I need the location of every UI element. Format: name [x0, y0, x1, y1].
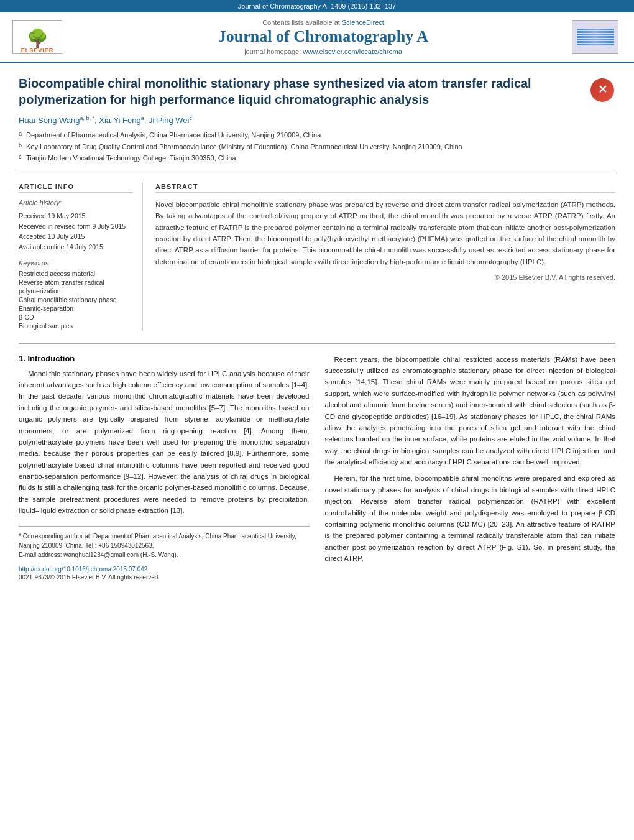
issn-info: 0021-9673/© 2015 Elsevier B.V. All right…	[19, 573, 310, 582]
article-title-text: Biocompatible chiral monolithic stationa…	[19, 75, 590, 108]
body-right-para1: Recent years, the biocompatible chiral r…	[325, 354, 616, 468]
author3-name: Ji-Ping Wei	[149, 116, 190, 125]
footnote-section: * Corresponding author at: Department of…	[19, 526, 310, 582]
journal-homepage: journal homepage: www.elsevier.com/locat…	[87, 48, 559, 55]
cover-decoration	[577, 28, 614, 46]
author1-sup: a, b, *	[80, 115, 95, 121]
cover-image	[572, 20, 618, 54]
author2-name: Xia-Yi Feng	[99, 116, 140, 125]
keyword-6: β-CD	[19, 313, 133, 321]
keyword-4: Chiral monolithic stationary phase	[19, 296, 133, 303]
article-info-col: ARTICLE INFO Article history: Received 1…	[19, 183, 143, 331]
cover-line-4	[577, 36, 614, 38]
email-address: E-mail address: wanghuai1234@gmail.com (…	[19, 550, 310, 560]
journal-title: Journal of Chromatography A	[87, 27, 559, 46]
crossmark-badge: ✕	[590, 78, 615, 103]
cover-line-6	[577, 41, 614, 43]
journal-info-bar: Journal of Chromatography A, 1409 (2015)…	[0, 0, 634, 12]
elsevier-logo: 🌳 ELSEVIER	[12, 20, 75, 54]
journal-cover	[572, 20, 622, 54]
info-abstract-section: ARTICLE INFO Article history: Received 1…	[19, 173, 615, 331]
aff-text-b: Key Laboratory of Drug Quality Control a…	[26, 142, 462, 152]
doi-link: http://dx.doi.org/10.1016/j.chroma.2015.…	[19, 566, 310, 573]
body-right-para2: Herein, for the first time, biocompatibl…	[325, 473, 616, 564]
email-text: E-mail address: wanghuai1234@gmail.com (…	[19, 552, 178, 558]
body-left-para1: Monolithic stationary phases have been w…	[19, 368, 310, 517]
article-content: Biocompatible chiral monolithic stationa…	[0, 63, 634, 594]
abstract-text: Novel biocompatible chiral monolithic st…	[155, 199, 615, 267]
keyword-2: Reverse atom transfer radical	[19, 279, 133, 286]
article-title-section: Biocompatible chiral monolithic stationa…	[19, 75, 615, 108]
affiliation-a: a Department of Pharmaceutical Analysis,…	[19, 130, 615, 141]
crossmark-icon: ✕	[590, 78, 614, 102]
body-divider	[19, 343, 615, 344]
journal-citation: Journal of Chromatography A, 1409 (2015)…	[238, 2, 396, 10]
doi-url[interactable]: http://dx.doi.org/10.1016/j.chroma.2015.…	[19, 566, 147, 573]
body-right-col: Recent years, the biocompatible chiral r…	[325, 354, 616, 582]
body-content: 1. Introduction Monolithic stationary ph…	[19, 354, 615, 582]
cover-line-3	[577, 34, 614, 35]
science-direct-link[interactable]: ScienceDirect	[342, 19, 384, 26]
accepted-date: Accepted 10 July 2015	[19, 232, 133, 241]
corresponding-author: * Corresponding author at: Department of…	[19, 532, 310, 550]
body-left-text: Monolithic stationary phases have been w…	[19, 368, 310, 517]
aff-text-a: Department of Pharmaceutical Analysis, C…	[26, 130, 321, 141]
aff-sup-c: c	[19, 153, 26, 164]
page: Journal of Chromatography A, 1409 (2015)…	[0, 0, 634, 594]
homepage-label: journal homepage:	[244, 48, 301, 55]
body-left-col: 1. Introduction Monolithic stationary ph…	[19, 354, 310, 582]
keywords-label: Keywords:	[19, 259, 133, 267]
header: 🌳 ELSEVIER Contents lists available at S…	[0, 12, 634, 63]
author1-name: Huai-Song Wang	[19, 116, 80, 125]
author3-sup: c	[189, 115, 192, 121]
cover-line-1	[577, 29, 614, 30]
aff-text-c: Tianjin Modern Vocational Technology Col…	[26, 153, 236, 164]
affiliation-b: b Key Laboratory of Drug Quality Control…	[19, 142, 615, 152]
article-info-header: ARTICLE INFO	[19, 183, 133, 193]
elsevier-brand-text: ELSEVIER	[21, 47, 54, 53]
keyword-1: Restricted access material	[19, 270, 133, 277]
abstract-col: ABSTRACT Novel biocompatible chiral mono…	[155, 183, 615, 331]
revised-date: Received in revised form 9 July 2015	[19, 222, 133, 231]
aff-sup-a: a	[19, 130, 26, 141]
cover-line-5	[577, 39, 614, 40]
body-right-text: Recent years, the biocompatible chiral r…	[325, 354, 616, 565]
homepage-link[interactable]: www.elsevier.com/locate/chroma	[303, 48, 402, 55]
affiliations-section: a Department of Pharmaceutical Analysis,…	[19, 130, 615, 164]
section1-title: 1. Introduction	[19, 354, 310, 363]
journal-header-center: Contents lists available at ScienceDirec…	[75, 19, 572, 55]
keyword-3: polymerization	[19, 287, 133, 295]
keyword-7: Biological samples	[19, 322, 133, 330]
authors-line: Huai-Song Wanga, b, *, Xia-Yi Fenga, Ji-…	[19, 115, 615, 125]
cover-line-7	[577, 44, 614, 45]
received-date: Received 19 May 2015	[19, 211, 133, 221]
history-label: Article history:	[19, 199, 133, 206]
available-date: Available online 14 July 2015	[19, 242, 133, 252]
elsevier-tree-icon: 🌳	[27, 30, 48, 47]
keywords-section: Keywords: Restricted access material Rev…	[19, 259, 133, 330]
affiliation-c: c Tianjin Modern Vocational Technology C…	[19, 153, 615, 164]
science-direct-info: Contents lists available at ScienceDirec…	[87, 19, 559, 26]
author2-sup: a	[141, 115, 144, 121]
copyright: © 2015 Elsevier B.V. All rights reserved…	[155, 274, 615, 281]
aff-sup-b: b	[19, 142, 26, 152]
keyword-5: Enantio-separation	[19, 305, 133, 312]
abstract-header: ABSTRACT	[155, 183, 615, 193]
elsevier-image: 🌳 ELSEVIER	[12, 20, 62, 54]
cover-line-2	[577, 31, 614, 33]
contents-label: Contents lists available at	[262, 19, 340, 26]
